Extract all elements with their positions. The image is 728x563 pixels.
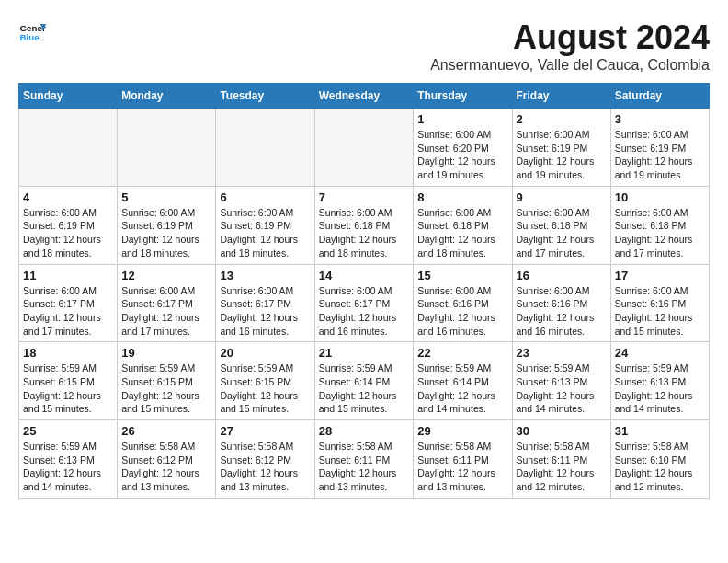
calendar-week-4: 18Sunrise: 5:59 AMSunset: 6:15 PMDayligh… — [19, 342, 710, 420]
day-number: 14 — [319, 269, 410, 282]
calendar-cell: 8Sunrise: 6:00 AMSunset: 6:18 PMDaylight… — [414, 186, 512, 264]
calendar-cell: 6Sunrise: 6:00 AMSunset: 6:19 PMDaylight… — [216, 186, 314, 264]
calendar-cell: 23Sunrise: 5:59 AMSunset: 6:13 PMDayligh… — [512, 342, 610, 420]
day-number: 2 — [517, 112, 607, 126]
day-number: 20 — [220, 346, 310, 360]
calendar-cell: 18Sunrise: 5:59 AMSunset: 6:15 PMDayligh… — [19, 342, 118, 420]
day-info: Sunrise: 6:00 AMSunset: 6:16 PMDaylight:… — [517, 284, 607, 339]
sub-title: Ansermanuevo, Valle del Cauca, Colombia — [430, 57, 710, 74]
day-info: Sunrise: 6:00 AMSunset: 6:18 PMDaylight:… — [615, 206, 705, 260]
weekday-header-tuesday: Tuesday — [216, 84, 314, 109]
day-number: 29 — [417, 424, 507, 438]
calendar-cell: 21Sunrise: 5:59 AMSunset: 6:14 PMDayligh… — [314, 342, 414, 420]
day-number: 27 — [220, 424, 310, 438]
calendar-cell: 17Sunrise: 6:00 AMSunset: 6:16 PMDayligh… — [610, 264, 709, 342]
calendar-week-5: 25Sunrise: 5:59 AMSunset: 6:13 PMDayligh… — [19, 420, 710, 499]
logo: General Blue — [18, 18, 46, 46]
day-info: Sunrise: 6:00 AMSunset: 6:16 PMDaylight:… — [417, 284, 507, 339]
day-info: Sunrise: 5:59 AMSunset: 6:15 PMDaylight:… — [23, 362, 113, 416]
day-number: 13 — [220, 269, 310, 282]
day-info: Sunrise: 5:58 AMSunset: 6:12 PMDaylight:… — [220, 440, 310, 494]
day-number: 3 — [615, 112, 705, 126]
day-info: Sunrise: 6:00 AMSunset: 6:17 PMDaylight:… — [220, 284, 310, 339]
calendar-cell: 19Sunrise: 5:59 AMSunset: 6:15 PMDayligh… — [118, 342, 216, 420]
day-number: 6 — [220, 190, 310, 204]
calendar-cell: 22Sunrise: 5:59 AMSunset: 6:14 PMDayligh… — [414, 342, 512, 420]
day-number: 8 — [417, 190, 507, 204]
day-info: Sunrise: 5:59 AMSunset: 6:14 PMDaylight:… — [417, 362, 507, 416]
calendar-cell — [118, 109, 216, 187]
day-info: Sunrise: 5:59 AMSunset: 6:13 PMDaylight:… — [23, 440, 113, 494]
weekday-header-sunday: Sunday — [19, 84, 118, 109]
day-number: 11 — [23, 269, 113, 282]
day-number: 7 — [319, 190, 410, 204]
calendar-cell: 12Sunrise: 6:00 AMSunset: 6:17 PMDayligh… — [118, 264, 216, 342]
calendar-week-1: 1Sunrise: 6:00 AMSunset: 6:20 PMDaylight… — [19, 109, 710, 187]
day-info: Sunrise: 6:00 AMSunset: 6:17 PMDaylight:… — [23, 284, 113, 339]
day-info: Sunrise: 5:59 AMSunset: 6:14 PMDaylight:… — [319, 362, 410, 416]
calendar-cell: 16Sunrise: 6:00 AMSunset: 6:16 PMDayligh… — [512, 264, 610, 342]
calendar-cell: 4Sunrise: 6:00 AMSunset: 6:19 PMDaylight… — [19, 186, 118, 264]
calendar-cell: 24Sunrise: 5:59 AMSunset: 6:13 PMDayligh… — [610, 342, 709, 420]
calendar-cell: 11Sunrise: 6:00 AMSunset: 6:17 PMDayligh… — [19, 264, 118, 342]
calendar-cell: 7Sunrise: 6:00 AMSunset: 6:18 PMDaylight… — [314, 186, 414, 264]
day-number: 21 — [319, 346, 410, 360]
calendar-week-2: 4Sunrise: 6:00 AMSunset: 6:19 PMDaylight… — [19, 186, 710, 264]
day-info: Sunrise: 6:00 AMSunset: 6:19 PMDaylight:… — [23, 206, 113, 260]
day-info: Sunrise: 6:00 AMSunset: 6:16 PMDaylight:… — [615, 284, 705, 339]
day-info: Sunrise: 6:00 AMSunset: 6:19 PMDaylight:… — [517, 128, 607, 182]
day-number: 17 — [615, 269, 705, 282]
day-info: Sunrise: 6:00 AMSunset: 6:18 PMDaylight:… — [517, 206, 607, 260]
day-number: 12 — [121, 269, 211, 282]
calendar-table: SundayMondayTuesdayWednesdayThursdayFrid… — [18, 83, 710, 499]
page-header: General Blue August 2024 Ansermanuevo, V… — [18, 18, 710, 74]
day-info: Sunrise: 5:59 AMSunset: 6:13 PMDaylight:… — [517, 362, 607, 416]
day-info: Sunrise: 6:00 AMSunset: 6:18 PMDaylight:… — [417, 206, 507, 260]
calendar-cell — [216, 109, 314, 187]
calendar-cell: 1Sunrise: 6:00 AMSunset: 6:20 PMDaylight… — [414, 109, 512, 187]
day-number: 30 — [517, 424, 607, 438]
day-info: Sunrise: 5:58 AMSunset: 6:11 PMDaylight:… — [417, 440, 507, 494]
calendar-cell — [314, 109, 414, 187]
day-number: 10 — [615, 190, 705, 204]
weekday-header-friday: Friday — [512, 84, 610, 109]
day-info: Sunrise: 5:58 AMSunset: 6:12 PMDaylight:… — [121, 440, 211, 494]
calendar-cell: 13Sunrise: 6:00 AMSunset: 6:17 PMDayligh… — [216, 264, 314, 342]
calendar-week-3: 11Sunrise: 6:00 AMSunset: 6:17 PMDayligh… — [19, 264, 710, 342]
day-number: 16 — [517, 269, 607, 282]
calendar-cell: 15Sunrise: 6:00 AMSunset: 6:16 PMDayligh… — [414, 264, 512, 342]
calendar-header-row: SundayMondayTuesdayWednesdayThursdayFrid… — [19, 84, 710, 109]
day-info: Sunrise: 6:00 AMSunset: 6:17 PMDaylight:… — [121, 284, 211, 339]
day-number: 26 — [121, 424, 211, 438]
day-number: 24 — [615, 346, 705, 360]
calendar-cell: 25Sunrise: 5:59 AMSunset: 6:13 PMDayligh… — [19, 420, 118, 499]
calendar-cell: 28Sunrise: 5:58 AMSunset: 6:11 PMDayligh… — [314, 420, 414, 499]
day-info: Sunrise: 6:00 AMSunset: 6:17 PMDaylight:… — [319, 284, 410, 339]
day-number: 22 — [417, 346, 507, 360]
day-info: Sunrise: 5:59 AMSunset: 6:15 PMDaylight:… — [121, 362, 211, 416]
svg-text:Blue: Blue — [20, 32, 40, 42]
calendar-cell: 27Sunrise: 5:58 AMSunset: 6:12 PMDayligh… — [216, 420, 314, 499]
calendar-cell: 3Sunrise: 6:00 AMSunset: 6:19 PMDaylight… — [610, 109, 709, 187]
day-number: 4 — [23, 190, 113, 204]
day-info: Sunrise: 6:00 AMSunset: 6:20 PMDaylight:… — [417, 128, 507, 182]
day-number: 31 — [615, 424, 705, 438]
day-number: 25 — [23, 424, 113, 438]
weekday-header-wednesday: Wednesday — [314, 84, 414, 109]
calendar-cell: 20Sunrise: 5:59 AMSunset: 6:15 PMDayligh… — [216, 342, 314, 420]
calendar-cell: 9Sunrise: 6:00 AMSunset: 6:18 PMDaylight… — [512, 186, 610, 264]
day-info: Sunrise: 5:58 AMSunset: 6:10 PMDaylight:… — [615, 440, 705, 494]
calendar-cell: 29Sunrise: 5:58 AMSunset: 6:11 PMDayligh… — [414, 420, 512, 499]
day-number: 15 — [417, 269, 507, 282]
main-title: August 2024 — [430, 18, 710, 57]
day-number: 23 — [517, 346, 607, 360]
calendar-cell: 31Sunrise: 5:58 AMSunset: 6:10 PMDayligh… — [610, 420, 709, 499]
day-info: Sunrise: 6:00 AMSunset: 6:19 PMDaylight:… — [121, 206, 211, 260]
logo-icon: General Blue — [18, 18, 46, 46]
day-info: Sunrise: 5:59 AMSunset: 6:13 PMDaylight:… — [615, 362, 705, 416]
day-info: Sunrise: 5:59 AMSunset: 6:15 PMDaylight:… — [220, 362, 310, 416]
day-number: 5 — [121, 190, 211, 204]
day-info: Sunrise: 6:00 AMSunset: 6:19 PMDaylight:… — [220, 206, 310, 260]
calendar-cell: 14Sunrise: 6:00 AMSunset: 6:17 PMDayligh… — [314, 264, 414, 342]
day-info: Sunrise: 5:58 AMSunset: 6:11 PMDaylight:… — [517, 440, 607, 494]
